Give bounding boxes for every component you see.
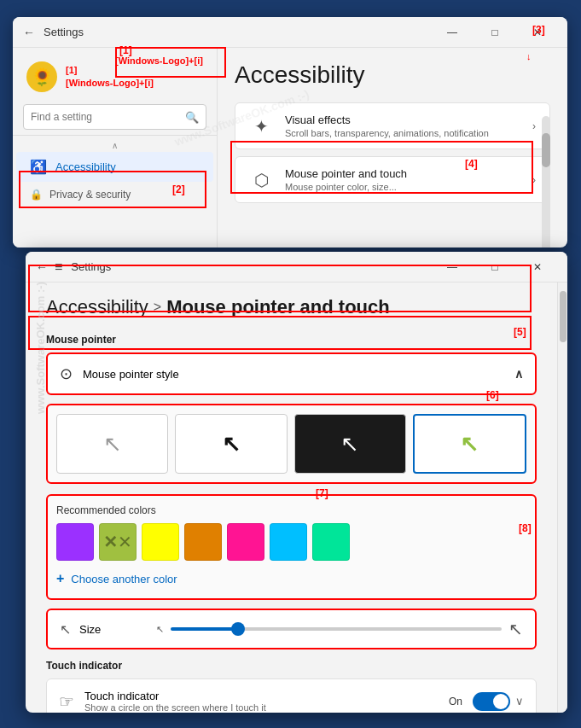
accessibility-icon: ♿: [30, 159, 47, 175]
bottom-scrollbar-thumb[interactable]: [560, 291, 566, 342]
color-skyblue[interactable]: [270, 523, 307, 561]
maximize-button[interactable]: □: [475, 20, 514, 45]
pointer-style-icon: ⊙: [60, 364, 73, 383]
bottom-minimize-button[interactable]: —: [433, 254, 472, 280]
recommended-label: Recommended colors: [56, 504, 526, 516]
sidebar-item-label: Accessibility: [55, 160, 116, 173]
color-swatches: ✕: [56, 523, 526, 561]
size-icon: ↖: [60, 621, 71, 638]
annotation-5: [5]: [514, 326, 526, 338]
back-button[interactable]: ←: [23, 26, 35, 39]
cursor-green-selected[interactable]: ↖: [413, 414, 526, 474]
size-label: Size: [79, 623, 148, 636]
visual-effects-subtitle: Scroll bars, transparency, animations, n…: [285, 128, 532, 138]
touch-expand-icon[interactable]: ∨: [515, 695, 524, 708]
color-mint[interactable]: [312, 523, 350, 561]
pointer-style-outer: ⊙ Mouse pointer style ∧: [46, 352, 537, 395]
top-main-content: Accessibility ✦ Visual effects Scroll ba…: [218, 48, 567, 248]
top-window-body: 🌻 [1] [Windows-Logo]+[i] 🔍 ∧ ♿ Accessibi…: [13, 48, 567, 248]
cursor-small-icon: ↖: [156, 624, 164, 635]
mouse-pointer-text: Mouse pointer and touch Mouse pointer co…: [285, 167, 532, 192]
annotation-6: [6]: [486, 389, 499, 401]
annotation-8: [8]: [519, 522, 532, 534]
pointer-style-title: Mouse pointer style: [83, 368, 514, 381]
sidebar: 🌻 [1] [Windows-Logo]+[i] 🔍 ∧ ♿ Accessibi…: [13, 48, 218, 248]
top-settings-window: ← Settings — □ ✕ 🌻 [1] [Windows-Logo]+[i…: [13, 17, 567, 248]
breadcrumb-separator: >: [154, 300, 161, 315]
mouse-pointer-chevron: ›: [532, 174, 536, 186]
touch-item-right: On ∨: [449, 692, 524, 711]
annotation-1: [1]: [119, 44, 132, 56]
size-slider-container: ↖ ↖: [156, 619, 523, 639]
color-orange[interactable]: [184, 523, 222, 561]
pointer-style-box[interactable]: ⊙ Mouse pointer style ∧: [48, 354, 535, 393]
sidebar-item-accessibility[interactable]: ♿ Accessibility: [16, 152, 213, 182]
breadcrumb-parent[interactable]: Accessibility: [46, 296, 148, 318]
top-titlebar: ← Settings — □ ✕: [13, 17, 567, 48]
bottom-main-content: Accessibility > Mouse pointer and touch …: [26, 282, 557, 713]
bottom-titlebar: ← ≡ Settings — □ ✕: [26, 252, 567, 282]
touch-item: ☞ Touch indicator Show a circle on the s…: [46, 678, 537, 713]
choose-color-label: Choose another color: [71, 573, 177, 585]
size-slider[interactable]: [171, 627, 502, 631]
search-input[interactable]: [31, 111, 180, 123]
visual-effects-text: Visual effects Scroll bars, transparency…: [285, 114, 532, 138]
annotation-2: [2]: [172, 183, 185, 195]
annotation-4: [4]: [465, 158, 478, 170]
colors-section: Recommended colors ✕ + Choose another co…: [46, 494, 537, 600]
plus-icon: +: [56, 571, 64, 586]
touch-icon: ☞: [59, 691, 74, 712]
bottom-maximize-button[interactable]: □: [475, 254, 514, 280]
user-info: [1] [Windows-Logo]+[i]: [66, 64, 154, 90]
visual-effects-chevron: ›: [532, 120, 536, 132]
main-scrollbar[interactable]: [542, 116, 550, 248]
bottom-window-body: Accessibility > Mouse pointer and touch …: [26, 282, 567, 713]
cursor-dark-outline[interactable]: ↖: [175, 414, 287, 474]
annotation-1b: [Windows-Logo]+[i]: [115, 55, 203, 66]
cursor-picker: ↖ ↖ ↖ ↖: [46, 404, 537, 484]
bottom-window-controls: — □ ✕: [433, 254, 557, 280]
scroll-up-indicator: ∧: [13, 139, 217, 152]
scrollbar-thumb[interactable]: [542, 133, 550, 167]
bottom-close-button[interactable]: ✕: [518, 254, 557, 280]
search-box[interactable]: 🔍: [23, 104, 206, 130]
privacy-label: Privacy & security: [49, 189, 131, 201]
size-section: ↖ Size ↖ ↖: [46, 609, 537, 649]
cursor-white[interactable]: ↖: [56, 414, 168, 474]
touch-section-label: Touch indicator: [46, 660, 537, 672]
breadcrumb-current: Mouse pointer and touch: [166, 296, 390, 318]
mouse-pointer-section-label: Mouse pointer: [46, 334, 537, 346]
visual-effects-item[interactable]: ✦ Visual effects Scroll bars, transparen…: [235, 102, 550, 149]
cursor-large-icon: ↖: [508, 619, 523, 639]
color-pink[interactable]: [227, 523, 264, 561]
arrow-3: ↓: [526, 51, 532, 61]
bottom-menu-button[interactable]: ≡: [55, 259, 62, 275]
minimize-button[interactable]: —: [433, 20, 472, 45]
color-lime[interactable]: ✕: [99, 523, 137, 561]
mouse-pointer-subtitle: Mouse pointer color, size...: [285, 182, 532, 192]
visual-effects-icon: ✦: [249, 116, 273, 137]
breadcrumb: Accessibility > Mouse pointer and touch: [46, 296, 537, 318]
bottom-settings-window: ← ≡ Settings — □ ✕ Accessibility > Mouse…: [26, 252, 567, 713]
mouse-pointer-icon: ⬡: [249, 170, 273, 190]
pointer-style-chevron: ∧: [514, 367, 523, 381]
mouse-pointer-item[interactable]: ⬡ Mouse pointer and touch Mouse pointer …: [235, 156, 550, 203]
bottom-title: Settings: [71, 260, 433, 273]
sidebar-divider: [13, 135, 217, 136]
mouse-pointer-title: Mouse pointer and touch: [285, 167, 532, 180]
bottom-back-button[interactable]: ←: [36, 260, 48, 274]
top-window-title: Settings: [44, 26, 433, 38]
search-icon: 🔍: [185, 111, 199, 124]
privacy-icon: 🔒: [30, 189, 43, 201]
touch-item-title: Touch indicator: [84, 690, 439, 702]
cursor-black-fill[interactable]: ↖: [294, 414, 406, 474]
choose-color-row[interactable]: + Choose another color: [56, 568, 526, 590]
pointer-style-header[interactable]: ⊙ Mouse pointer style ∧: [48, 354, 535, 393]
bottom-scrollbar[interactable]: [557, 282, 567, 713]
visual-effects-title: Visual effects: [285, 114, 532, 126]
color-purple[interactable]: [56, 523, 94, 561]
color-yellow[interactable]: [142, 523, 179, 561]
touch-toggle[interactable]: [473, 692, 510, 711]
annotation-7: [7]: [316, 487, 328, 499]
touch-on-label: On: [449, 696, 462, 708]
